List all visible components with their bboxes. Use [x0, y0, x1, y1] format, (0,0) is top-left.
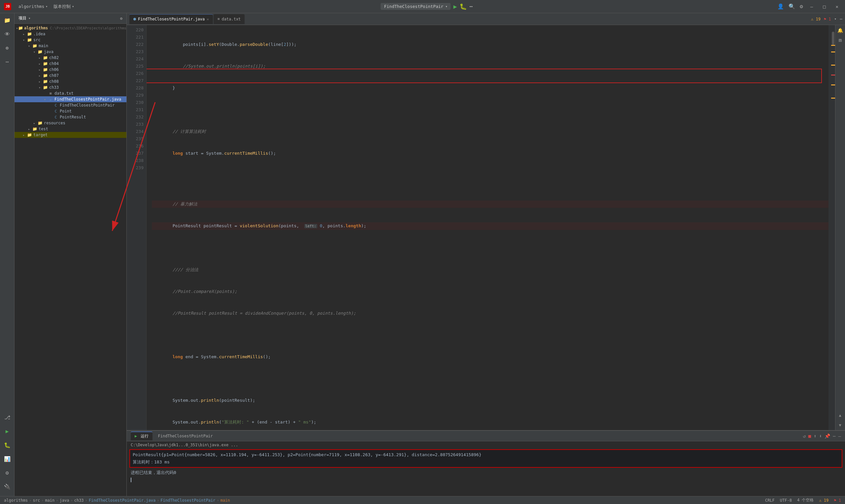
code-content[interactable]: points[i].setY(Double.parseDouble(line[2…	[146, 25, 828, 430]
chevron-down-icon: ▾	[46, 5, 48, 8]
status-encoding[interactable]: UTF-8	[780, 498, 792, 503]
rerun-icon[interactable]: ↺	[803, 433, 805, 439]
app-logo: JB	[4, 3, 11, 10]
restore2-icon[interactable]: ⬇	[819, 433, 822, 439]
settings2-icon[interactable]: ⚙	[3, 468, 12, 477]
tree-item-java[interactable]: ▾ 📁 java	[15, 49, 126, 55]
tree-root-algorithms[interactable]: ▾ 📁 algorithms C:\Projects\IDEAProjects\…	[15, 25, 126, 31]
tree-item-ch33[interactable]: ▾ 📁 ch33	[15, 85, 126, 90]
sidebar-options-icon[interactable]: ⚙	[120, 16, 122, 21]
tree-item-class-pointresult[interactable]: C PointResult	[15, 114, 126, 120]
tree-item-class-point[interactable]: C Point	[15, 108, 126, 114]
tree-item-test[interactable]: ▸ 📁 test	[15, 126, 126, 132]
tree-item-ch04[interactable]: ▸ 📁 ch04	[15, 61, 126, 67]
run-config-label: FindTheClosestPointPair	[158, 434, 213, 438]
settings-icon[interactable]: ⚙	[800, 3, 803, 10]
stop-icon[interactable]: ■	[808, 433, 811, 439]
run-icon[interactable]: ▶	[3, 427, 12, 435]
bc-file[interactable]: FindTheClosestPointPair.java	[89, 498, 156, 503]
tree-label: ch07	[49, 73, 59, 78]
close-button[interactable]: ✕	[833, 3, 841, 10]
expand-warnings-icon[interactable]: ▾	[834, 17, 837, 21]
code-editor[interactable]: 220 221 222 223 224 225 226 227 228 229 …	[127, 25, 828, 430]
java-file-icon: ☕	[48, 97, 53, 102]
breadcrumb: algorithms › src › main › java › ch33 › …	[4, 498, 230, 503]
warn-indicator	[831, 45, 835, 46]
bc-algorithms[interactable]: algorithms	[4, 498, 28, 503]
menu-item-algorithms[interactable]: algorithms ▾	[17, 3, 50, 10]
run-button[interactable]: ▶	[453, 3, 457, 10]
bc-src[interactable]: src	[33, 498, 40, 503]
tab-java-file[interactable]: FindTheClosestPointPair.java ✕	[129, 14, 213, 24]
status-warnings[interactable]: ⚠ 19	[819, 498, 828, 503]
tree-item-ch02[interactable]: ▸ 📁 ch02	[15, 55, 126, 61]
run-output-line2: 算法耗时：183 ms	[133, 458, 839, 466]
bc-method[interactable]: main	[221, 498, 230, 503]
tree-item-main[interactable]: ▾ 📁 main	[15, 43, 126, 49]
process-done: 进程已结束，退出代码0	[131, 470, 841, 475]
more-icon[interactable]: ⋯	[3, 57, 12, 66]
menu-item-version-control[interactable]: 版本控制 ▾	[52, 3, 76, 10]
bc-ch33[interactable]: ch33	[74, 498, 84, 503]
tree-item-ch06[interactable]: ▸ 📁 ch06	[15, 67, 126, 73]
profiler-icon[interactable]: 📊	[3, 454, 12, 463]
folder-icon: 📁	[42, 85, 48, 90]
bc-java[interactable]: java	[60, 498, 69, 503]
scroll-up-icon[interactable]: ▲	[839, 413, 842, 418]
tree-item-class-ftcpp[interactable]: C FindTheClosestPointPair	[15, 102, 126, 108]
tree-label: FindTheClosestPointPair.java	[54, 97, 121, 102]
tree-label: src	[33, 38, 40, 42]
plugins-icon[interactable]: 🔌	[3, 482, 12, 491]
bc-class[interactable]: FindTheClosestPointPair	[160, 498, 215, 503]
notifications-icon[interactable]: 🔔	[838, 28, 843, 33]
chevron-down-icon: ▾	[72, 5, 74, 8]
tree-item-idea[interactable]: ▸ 📁 .idea	[15, 31, 126, 37]
search-icon[interactable]: 🔍	[789, 3, 795, 10]
code-line-221: //System.out.println(points[i]);	[152, 63, 828, 70]
add-icon[interactable]: ⊕	[3, 43, 12, 52]
restore-icon[interactable]: ⬆	[814, 433, 816, 439]
run-config-name[interactable]: FindTheClosestPointPair	[154, 432, 216, 440]
tree-item-main-java-file[interactable]: ▾ ☕ FindTheClosestPointPair.java	[15, 96, 126, 102]
bc-sep: ›	[70, 498, 73, 503]
folder-icon: 📁	[32, 43, 38, 48]
bc-main[interactable]: main	[45, 498, 54, 503]
debug-button[interactable]: 🐛	[459, 3, 467, 10]
tree-item-ch07[interactable]: ▸ 📁 ch07	[15, 73, 126, 78]
project-icon[interactable]: 📁	[3, 16, 12, 24]
expand-arrow-icon: ▾	[32, 50, 37, 54]
minimize-panel-icon[interactable]: —	[839, 433, 841, 439]
tree-item-ch08[interactable]: ▸ 📁 ch08	[15, 78, 126, 85]
more-icon[interactable]: ⋯	[833, 433, 835, 439]
pin-icon[interactable]: 📌	[825, 433, 830, 439]
scroll-down-icon[interactable]: ▼	[839, 423, 842, 428]
find-icon[interactable]: 👁	[3, 30, 12, 38]
debug-icon[interactable]: 🐛	[3, 441, 12, 449]
tree-item-src[interactable]: ▾ 📁 src	[15, 37, 126, 43]
minimize-button[interactable]: –	[808, 3, 816, 10]
tab-txt-file[interactable]: ≡ data.txt	[214, 14, 245, 24]
more-options-button[interactable]: ⋯	[469, 3, 473, 10]
code-line-220: points[i].setY(Double.parseDouble(line[2…	[152, 41, 828, 48]
code-line-236: System.out.println(pointResult);	[152, 397, 828, 404]
tree-item-target[interactable]: ▸ 📁 target	[15, 132, 126, 138]
tab-options-icon[interactable]: ⋯	[840, 17, 842, 21]
maximize-button[interactable]: □	[820, 3, 828, 10]
status-errors[interactable]: ⚑ 1	[834, 498, 841, 503]
run-config[interactable]: FindTheClosestPointPair ▾	[381, 3, 451, 10]
tree-item-data-txt[interactable]: ≡ data.txt	[15, 90, 126, 96]
code-line-224: // 计算算法耗时	[152, 128, 828, 135]
editor-scrollbar[interactable]	[828, 25, 835, 430]
right-side-icons: 🔔 m ▲ ▼	[835, 25, 845, 430]
status-indent[interactable]: 4 个空格	[797, 498, 814, 503]
scrollbar-thumb[interactable]	[832, 32, 834, 45]
code-line-233	[152, 331, 828, 339]
tab-run[interactable]: ▶ 运行	[131, 431, 153, 440]
status-crlf[interactable]: CRLF	[765, 498, 775, 503]
tree-item-resources[interactable]: ▸ 📁 resources	[15, 120, 126, 126]
left-toolbar-bottom: ⎇ ▶ 🐛 📊 ⚙ 🔌	[3, 413, 12, 493]
git-icon[interactable]: ⎇	[3, 413, 12, 421]
profile-icon[interactable]: 👤	[777, 3, 784, 10]
minimap-icon[interactable]: m	[839, 37, 842, 43]
tab-close-java[interactable]: ✕	[207, 17, 209, 21]
